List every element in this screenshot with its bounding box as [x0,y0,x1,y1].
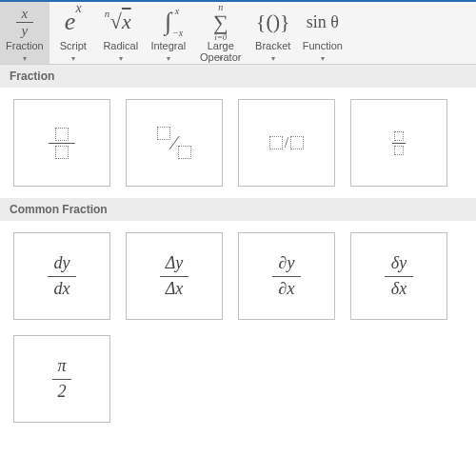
common-fraction-delta[interactable]: ΔyΔx [126,232,223,320]
fraction-templates-gallery: ∕ / [0,88,476,198]
fraction-icon: x y [16,5,33,39]
chevron-down-icon: ▾ [219,54,223,62]
common-fraction-section-header: Common Fraction [0,198,476,221]
script-icon: ex [65,5,82,39]
large-operator-button[interactable]: n∑i=0 Large Operator ▾ [192,2,249,64]
script-label: Script [60,40,87,51]
chevron-down-icon: ▾ [271,54,275,62]
chevron-down-icon: ▾ [321,54,325,62]
bracket-button[interactable]: {()} Bracket ▾ [249,2,297,64]
equation-ribbon: x y Fraction ▾ ex Script ▾ n√x Radical ▾… [0,0,476,65]
stacked-fraction-item[interactable] [13,99,110,187]
bracket-icon: {()} [256,5,290,39]
integral-button[interactable]: ∫x−x Integral ▾ [145,2,192,64]
large-operator-icon: n∑i=0 [213,5,228,39]
function-icon: sin θ [307,5,339,39]
skewed-fraction-item[interactable]: ∕ [126,99,223,187]
small-fraction-item[interactable] [350,99,447,187]
radical-icon: n√x [110,5,131,39]
common-fraction-small-delta[interactable]: δyδx [350,232,447,320]
fraction-section-header: Fraction [0,65,476,88]
bracket-label: Bracket [255,40,290,51]
common-fraction-gallery: dydx ΔyΔx ∂y∂x δyδx π2 [0,221,476,434]
chevron-down-icon: ▾ [23,54,27,62]
chevron-down-icon: ▾ [167,54,170,62]
common-fraction-partial[interactable]: ∂y∂x [238,232,335,320]
radical-button[interactable]: n√x Radical ▾ [97,2,145,64]
chevron-down-icon: ▾ [71,54,75,62]
function-label: Function [303,40,343,51]
chevron-down-icon: ▾ [119,54,123,62]
linear-fraction-item[interactable]: / [238,99,335,187]
integral-icon: ∫x−x [165,5,171,39]
integral-label: Integral [150,40,186,51]
script-button[interactable]: ex Script ▾ [50,2,97,64]
function-button[interactable]: sin θ Function ▾ [297,2,348,64]
common-fraction-dy-dx[interactable]: dydx [13,232,110,320]
radical-label: Radical [103,40,138,51]
fraction-button[interactable]: x y Fraction ▾ [0,2,50,64]
fraction-label: Fraction [6,40,44,51]
common-fraction-pi-2[interactable]: π2 [13,335,110,423]
